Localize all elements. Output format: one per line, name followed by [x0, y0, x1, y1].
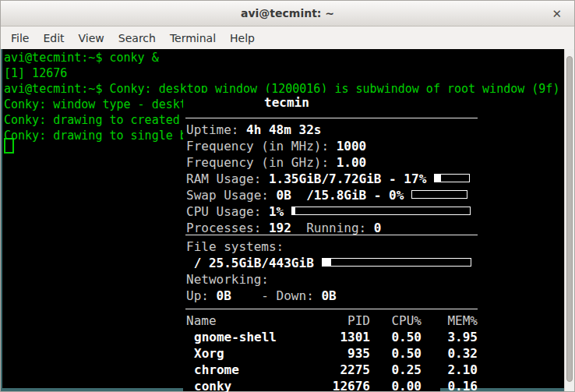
terminal-cursor [4, 138, 14, 154]
terminal-line: Conky: drawing to created [4, 112, 180, 128]
fs-bar-fill [323, 259, 331, 266]
net-up-label: Up: [186, 288, 217, 303]
menu-file[interactable]: File [4, 28, 36, 48]
process-pid: 935 [314, 345, 370, 362]
ram-label: RAM Usage: [186, 171, 269, 186]
conky-uptime: Uptime: 4h 48m 32s [186, 122, 321, 138]
process-cpu: 0.25 [370, 362, 422, 378]
conky-filesystems-heading: File systems: [186, 238, 284, 255]
conky-networking-heading: Networking: [186, 271, 269, 288]
process-mem: 0.32 [422, 345, 478, 362]
process-name: conky [186, 378, 314, 392]
processes-value: 192 [269, 221, 291, 235]
ram-value: 1.35GiB/7.72GiB - 17% [269, 171, 426, 186]
menu-search[interactable]: Search [111, 28, 163, 48]
conky-network: Up: 0B - Down: 0B [186, 288, 337, 304]
swap-usage-bar [411, 190, 467, 199]
freq-ghz-value: 1.00 [337, 155, 367, 170]
conky-ram: RAM Usage: 1.35GiB/7.72GiB - 17% [186, 171, 470, 187]
conky-freq-mhz: Frequency (in MHz): 1000 [186, 138, 366, 154]
conky-processes: Processes: 192 Running: 0 [186, 220, 381, 236]
conky-fs-root: / 25.5GiB/443GiB [186, 255, 471, 271]
net-down-value: 0B [321, 288, 336, 303]
cpu-value: 1% [269, 204, 284, 219]
window-title: avi@tecmint: ~ [241, 7, 334, 19]
table-row: conky 12676 0.00 0.16 [186, 378, 478, 392]
cpu-bar-fill [292, 207, 295, 214]
menu-edit[interactable]: Edit [36, 28, 71, 48]
ram-bar-fill [435, 175, 441, 182]
header-mem: MEM% [422, 313, 478, 329]
cpu-label: CPU Usage: [186, 204, 269, 219]
conky-divider [185, 235, 478, 235]
terminal-line: Conky: drawing to single b [4, 128, 187, 143]
header-pid: PID [314, 313, 370, 329]
terminal-window: avi@tecmint: ~ ✕ File Edit View Search T… [0, 0, 575, 392]
freq-mhz-value: 1000 [337, 139, 367, 154]
conky-cpu: CPU Usage: 1% [186, 203, 471, 220]
process-mem: 0.16 [422, 378, 478, 392]
conky-swap: Swap Usage: 0B /15.8GiB - 0% [186, 187, 467, 203]
table-row: chrome 2275 0.25 2.10 [186, 362, 478, 378]
conky-title: tecmin [264, 94, 309, 111]
close-icon[interactable]: ✕ [549, 1, 565, 26]
menu-terminal[interactable]: Terminal [163, 28, 223, 48]
uptime-label: Uptime: [186, 122, 246, 137]
process-mem: 2.10 [422, 362, 478, 378]
terminal-line: avi@tecmint:~$ conky & [4, 50, 159, 65]
process-name: chrome [186, 362, 314, 378]
terminal-line: [1] 12676 [4, 65, 67, 81]
freq-ghz-label: Frequency (in GHz): [186, 155, 337, 170]
conky-freq-ghz: Frequency (in GHz): 1.00 [186, 154, 366, 171]
menu-view[interactable]: View [72, 28, 111, 48]
process-pid: 12676 [314, 378, 370, 392]
process-cpu: 0.00 [370, 378, 422, 392]
conky-panel: tecmin Uptime: 4h 48m 32s Frequency (in … [183, 93, 440, 391]
conky-divider [185, 118, 478, 118]
process-cpu: 0.50 [370, 329, 422, 345]
swap-label: Swap Usage: [186, 188, 277, 203]
process-mem: 3.95 [422, 329, 478, 345]
menubar: File Edit View Search Terminal Help [1, 26, 574, 49]
scrollbar[interactable] [564, 49, 574, 391]
process-cpu: 0.50 [370, 345, 422, 362]
scrollbar-thumb[interactable] [566, 56, 573, 382]
menu-help[interactable]: Help [223, 28, 262, 48]
process-table-header: Name PID CPU% MEM% [186, 313, 478, 329]
terminal-line: Conky: window type - deskt [4, 97, 187, 112]
titlebar[interactable]: avi@tecmint: ~ ✕ [1, 1, 574, 26]
table-row: gnome-shell 1301 0.50 3.95 [186, 329, 478, 345]
swap-value: 0B /15.8GiB - 0% [277, 188, 404, 203]
net-up-value: 0B [217, 288, 231, 303]
fs-usage-bar [322, 258, 471, 267]
process-name: Xorg [186, 345, 314, 362]
running-value: 0 [374, 221, 382, 235]
cpu-usage-bar [291, 207, 471, 215]
process-name: gnome-shell [186, 329, 314, 345]
header-cpu: CPU% [370, 313, 422, 329]
process-pid: 2275 [314, 362, 370, 378]
processes-label: Processes: [186, 221, 269, 235]
running-label: Running: [291, 221, 374, 235]
conky-divider [185, 309, 478, 309]
process-pid: 1301 [314, 329, 370, 345]
table-row: Xorg 935 0.50 0.32 [186, 345, 478, 362]
uptime-value: 4h 48m 32s [246, 122, 321, 137]
fs-root-value: / 25.5GiB/443GiB [186, 256, 314, 270]
ram-usage-bar [434, 174, 470, 182]
freq-mhz-label: Frequency (in MHz): [186, 139, 337, 154]
net-down-label: - Down: [231, 288, 322, 303]
header-name: Name [186, 313, 314, 329]
